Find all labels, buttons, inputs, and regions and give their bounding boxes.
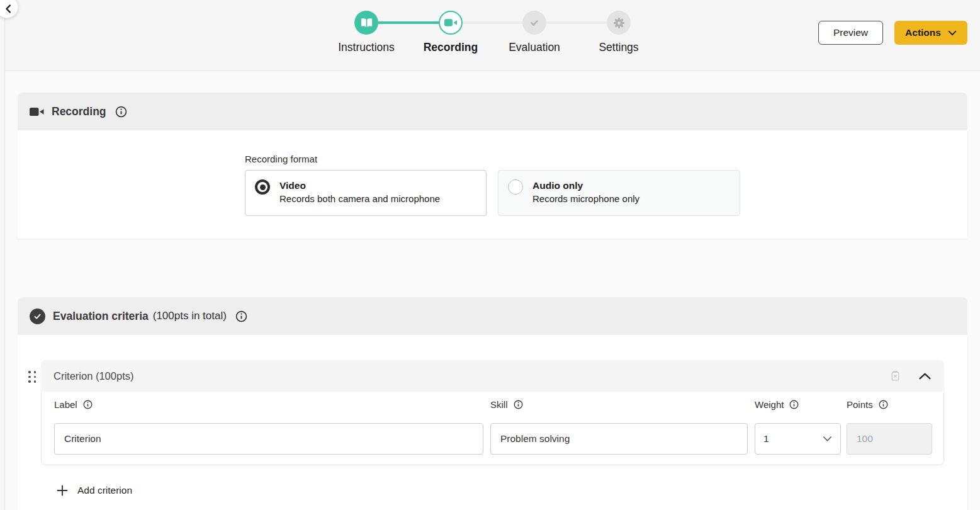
sidebar-edge [0,0,5,510]
skill-input[interactable] [490,423,748,455]
radio-unselected[interactable] [508,179,523,195]
chevron-left-icon [3,3,14,14]
evaluation-section-body: Criterion (100pts) [18,335,967,510]
option-title: Video [279,179,440,192]
recording-format-option-video[interactable]: Video Records both camera and microphone [245,170,487,216]
option-title: Audio only [532,179,639,192]
stepper-connector [463,21,522,24]
info-icon[interactable] [83,400,93,409]
evaluation-total-points: (100pts in total) [153,310,227,322]
points-input [847,423,932,455]
recording-format-option-audio[interactable]: Audio only Records microphone only [498,170,740,216]
info-icon[interactable] [514,400,523,409]
evaluation-section-header: Evaluation criteria (100pts in total) [18,297,967,335]
video-camera-icon [444,18,457,27]
step-instructions[interactable] [354,11,378,35]
skill-field-label: Skill [490,399,748,410]
actions-button-label: Actions [905,27,941,38]
check-icon [527,16,541,30]
preview-button[interactable]: Preview [818,21,883,45]
info-icon[interactable] [115,106,127,118]
recording-section-title: Recording [52,105,106,118]
step-settings[interactable] [607,11,631,35]
step-instructions-label: Instructions [319,41,414,54]
criterion-title: Criterion (100pts) [54,370,889,382]
add-criterion-label: Add criterion [77,485,132,496]
criterion-card-body: Label Skill Weight [41,392,944,465]
add-criterion-button[interactable]: Add criterion [57,485,132,496]
info-icon[interactable] [789,400,799,409]
step-evaluation-label: Evaluation [487,41,582,54]
actions-button[interactable]: Actions [894,21,967,45]
step-recording[interactable] [439,11,463,35]
gear-icon [613,17,625,29]
drag-handle-icon[interactable] [28,371,37,383]
chevron-down-icon [948,30,957,36]
recording-section-body: Recording format Video Records both came… [18,130,967,239]
radio-selected[interactable] [255,179,270,195]
chevron-down-icon [823,436,832,442]
weight-field-label: Weight [755,399,841,410]
label-field-label: Label [54,399,483,410]
weight-select[interactable]: 1 [755,423,841,455]
step-evaluation[interactable] [522,11,546,35]
assessment-builder-page: { "topbar": { "stepper": { "steps": [ { … [0,0,980,510]
info-icon[interactable] [879,400,888,409]
delete-criterion-button[interactable] [889,370,901,382]
weight-select-value: 1 [763,433,769,445]
criterion-card: Criterion (100pts) [41,360,944,465]
stepper-connector [378,21,439,24]
option-description: Records microphone only [532,192,639,206]
chevron-up-icon [918,372,932,380]
stepper-connector [546,21,607,24]
criterion-card-header: Criterion (100pts) [41,360,944,392]
plus-icon [57,485,68,496]
video-camera-icon [30,107,44,116]
info-icon[interactable] [235,310,247,322]
points-field-label: Points [847,399,932,410]
evaluation-section-title: Evaluation criteria [53,310,149,323]
trash-x-icon [889,370,901,382]
book-icon [360,18,373,28]
label-input[interactable] [54,423,483,455]
step-recording-label: Recording [403,41,498,54]
check-circle-icon [30,309,45,324]
recording-section-header: Recording [18,93,967,130]
option-description: Records both camera and microphone [279,192,440,206]
step-settings-label: Settings [572,41,666,54]
collapse-criterion-button[interactable] [918,372,932,380]
recording-format-label: Recording format [245,154,317,164]
